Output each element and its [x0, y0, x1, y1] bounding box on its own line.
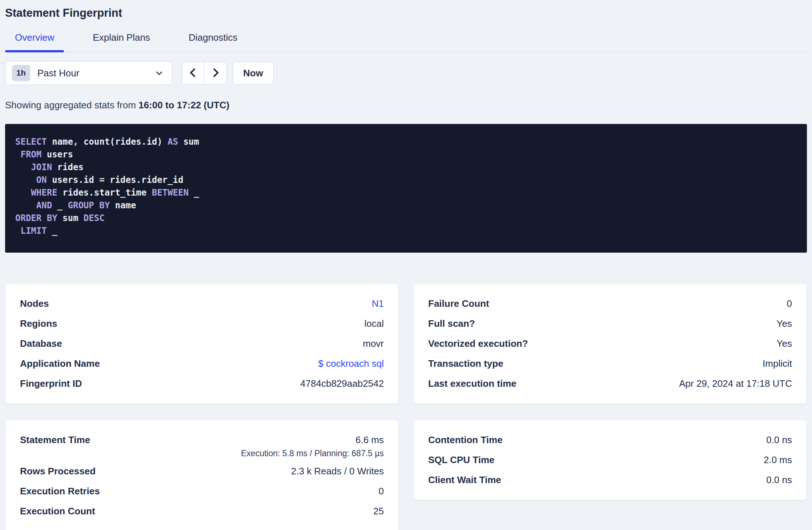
- sql-text: _: [189, 188, 199, 198]
- sql-text: _: [52, 200, 68, 210]
- stat-label: Database: [20, 338, 62, 349]
- stat-row-execution-count: Execution Count 25: [20, 501, 384, 521]
- timing-card: Statement Time 6.6 ms Execution: 5.8 ms …: [5, 420, 399, 530]
- page-title: Statement Fingerprint: [5, 0, 807, 20]
- sql-keyword: JOIN: [31, 162, 52, 172]
- stat-row-fingerprint-id: Fingerprint ID 4784cb829aab2542: [20, 374, 384, 394]
- stat-value: 0.0 ns: [766, 474, 792, 486]
- time-controls: 1h Past Hour Now: [5, 61, 807, 85]
- stat-value: 25: [373, 506, 384, 517]
- stat-label: Last execution time: [428, 378, 516, 389]
- sql-keyword: DESC: [84, 213, 105, 223]
- stat-row-transaction-type: Transaction type Implicit: [428, 354, 792, 374]
- sql-line: ON users.id = rides.rider_id: [15, 174, 797, 186]
- sql-text: users.id = rides.rider_id: [47, 175, 184, 185]
- tab-bar: Overview Explain Plans Diagnostics: [5, 32, 807, 52]
- prev-time-button[interactable]: [182, 62, 204, 84]
- stat-label: Transaction type: [428, 358, 503, 369]
- summary-cards: Nodes N1 Regions local Database movr App…: [5, 284, 807, 530]
- tab-explain-plans[interactable]: Explain Plans: [83, 32, 160, 52]
- overview-card: Nodes N1 Regions local Database movr App…: [5, 284, 399, 404]
- sql-line: ORDER BY sum DESC: [15, 212, 797, 225]
- stat-label: SQL CPU Time: [428, 454, 495, 466]
- sql-text: rides.start_time: [57, 188, 152, 198]
- statement-time-values: 6.6 ms Execution: 5.8 ms / Planning: 687…: [241, 434, 384, 458]
- sql-line: SELECT name, count(rides.id) AS sum: [15, 136, 797, 148]
- stat-value: local: [365, 318, 384, 329]
- stat-value: Implicit: [763, 358, 792, 369]
- sql-line: WHERE rides.start_time BETWEEN _: [15, 186, 797, 199]
- sql-keyword: AS: [168, 137, 178, 147]
- stat-label: Application Name: [20, 358, 100, 369]
- now-button[interactable]: Now: [233, 61, 274, 85]
- statement-fingerprint-page: Statement Fingerprint Overview Explain P…: [0, 0, 812, 530]
- stat-row-sql-cpu-time: SQL CPU Time 2.0 ms: [428, 450, 792, 470]
- tab-diagnostics[interactable]: Diagnostics: [179, 32, 247, 52]
- stat-value: 2.3 k Reads / 0 Writes: [291, 466, 384, 477]
- sql-line: JOIN rides: [15, 161, 797, 174]
- chevron-left-icon: [188, 68, 198, 79]
- stat-value: 2.0 ms: [764, 454, 792, 466]
- stat-row-vectorized-execution: Vectorized execution? Yes: [428, 334, 792, 354]
- time-range-badge: 1h: [12, 65, 30, 81]
- stat-row-last-execution-time: Last execution time Apr 29, 2024 at 17:1…: [428, 374, 792, 394]
- sql-keyword: WHERE: [31, 188, 57, 198]
- stats-line-prefix: Showing aggregated stats from: [5, 100, 138, 111]
- sql-text: [15, 188, 31, 198]
- sql-statement-box: SELECT name, count(rides.id) AS sum FROM…: [5, 124, 807, 253]
- sql-text: [15, 200, 36, 210]
- stat-label: Contention Time: [428, 434, 503, 446]
- stat-row-nodes: Nodes N1: [20, 294, 384, 314]
- chevron-down-icon: [154, 68, 164, 78]
- stat-label: Regions: [20, 318, 57, 329]
- stat-row-database: Database movr: [20, 334, 384, 354]
- sql-keyword: BETWEEN: [152, 188, 189, 198]
- stat-value: 0: [787, 298, 792, 309]
- time-range-picker[interactable]: 1h Past Hour: [5, 61, 172, 85]
- sql-line: AND _ GROUP BY name: [15, 199, 797, 212]
- chevron-right-icon: [210, 68, 221, 79]
- sql-line: LIMIT _: [15, 225, 797, 237]
- stat-label: Full scan?: [428, 318, 475, 329]
- next-time-button[interactable]: [204, 62, 226, 84]
- nodes-link[interactable]: N1: [372, 298, 384, 309]
- stat-value: Yes: [777, 318, 792, 329]
- sql-text: sum: [57, 213, 84, 223]
- sql-line: FROM users: [15, 148, 797, 161]
- stat-row-client-wait-time: Client Wait Time 0.0 ns: [428, 470, 792, 490]
- stat-label: Rows Processed: [20, 466, 96, 477]
- stat-row-failure-count: Failure Count 0: [428, 294, 792, 314]
- stat-label: Nodes: [20, 298, 49, 309]
- tab-overview[interactable]: Overview: [5, 32, 64, 52]
- stat-value: Yes: [777, 338, 792, 349]
- sql-keyword: FROM: [20, 149, 41, 160]
- stat-value: 0.0 ns: [766, 434, 792, 446]
- stat-value: movr: [363, 338, 384, 349]
- stat-row-application-name: Application Name $ cockroach sql: [20, 354, 384, 374]
- stat-row-rows-processed: Rows Processed 2.3 k Reads / 0 Writes: [20, 461, 384, 481]
- sql-text: [15, 149, 20, 160]
- sql-keyword: GROUP BY: [68, 200, 110, 210]
- sql-text: users: [41, 149, 73, 160]
- application-name-link[interactable]: $ cockroach sql: [318, 358, 384, 369]
- stat-label: Failure Count: [428, 298, 489, 309]
- stat-row-execution-retries: Execution Retries 0: [20, 481, 384, 501]
- stat-subvalue: Execution: 5.8 ms / Planning: 687.5 µs: [241, 449, 384, 458]
- stat-label: Fingerprint ID: [20, 378, 82, 389]
- stat-row-contention-time: Contention Time 0.0 ns: [428, 430, 792, 450]
- stat-value: 6.6 ms: [355, 434, 384, 446]
- stat-label: Statement Time: [20, 434, 90, 446]
- stat-row-regions: Regions local: [20, 314, 384, 334]
- wait-times-card: Contention Time 0.0 ns SQL CPU Time 2.0 …: [413, 420, 807, 500]
- sql-text: rides: [52, 162, 84, 172]
- aggregated-stats-line: Showing aggregated stats from 16:00 to 1…: [5, 100, 807, 111]
- stat-label: Execution Count: [20, 506, 95, 517]
- stats-line-range: 16:00 to 17:22 (UTC): [138, 100, 229, 111]
- sql-keyword: ORDER BY: [15, 213, 57, 223]
- sql-text: _: [47, 226, 57, 236]
- execution-attributes-card: Failure Count 0 Full scan? Yes Vectorize…: [413, 284, 807, 404]
- stat-value: 4784cb829aab2542: [300, 378, 384, 389]
- sql-text: name: [110, 200, 136, 210]
- stat-label: Client Wait Time: [428, 474, 501, 486]
- time-range-label: Past Hour: [37, 68, 80, 79]
